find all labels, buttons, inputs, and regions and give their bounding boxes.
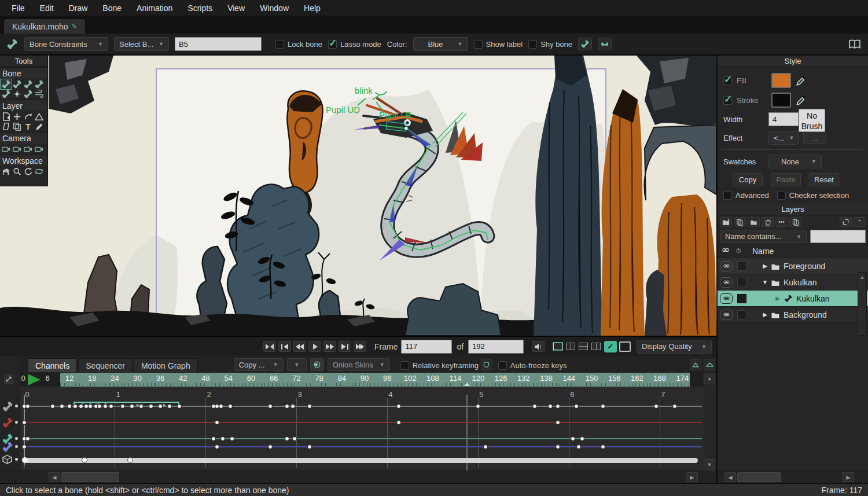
- bone-stretch-icon-button[interactable]: [578, 38, 592, 50]
- show-label-checkbox[interactable]: [474, 40, 483, 49]
- new-layer-button[interactable]: [720, 217, 732, 227]
- bone-dynamics-channel-keyframe[interactable]: [22, 444, 27, 449]
- bone-translation-channel-keyframe[interactable]: [556, 420, 560, 425]
- bone-angle-channel-keyframe[interactable]: [109, 404, 113, 409]
- layer-color-swatch[interactable]: [737, 310, 746, 319]
- keyframe-toggle-button[interactable]: [310, 358, 324, 371]
- layer-visibility-toggle[interactable]: [720, 277, 733, 288]
- loop-playback-button[interactable]: [263, 341, 276, 352]
- layer-color-swatch[interactable]: [737, 278, 746, 287]
- add-bone-tool[interactable]: [23, 79, 34, 89]
- reparent-bone-tool[interactable]: [34, 79, 45, 89]
- fill-checkbox[interactable]: [723, 76, 732, 85]
- play-button[interactable]: [308, 341, 321, 352]
- bone-angle-channel-keyframe[interactable]: [177, 404, 182, 409]
- delete-layer-button[interactable]: [762, 217, 774, 227]
- shy-bone-checkbox[interactable]: [528, 40, 537, 49]
- triangle-down-icon[interactable]: ▼: [762, 279, 768, 285]
- paste-options-dropdown[interactable]: ▼: [287, 358, 307, 371]
- bone-angle-channel-keyframe[interactable]: [149, 404, 153, 409]
- sheet-tool[interactable]: [1, 122, 12, 131]
- bone-scale-channel-keyframe[interactable]: [220, 436, 225, 441]
- menu-item-draw[interactable]: Draw: [62, 1, 95, 15]
- audio-mute-button[interactable]: [532, 341, 545, 352]
- scroll-down-icon[interactable]: ▼: [704, 459, 715, 471]
- document-tab[interactable]: Kukulkan.moho ✎: [3, 19, 86, 34]
- timeline-ruler[interactable]: 0 6 121824303642485460667278849096102108…: [0, 372, 716, 387]
- bone-name-input[interactable]: B5: [175, 37, 262, 51]
- timeline-hscrollbar[interactable]: ◀ ▶: [0, 471, 716, 483]
- zoom-camera-tool[interactable]: [12, 144, 23, 154]
- bone-angle-channel-keyframe[interactable]: [285, 404, 289, 409]
- bone-strength-tool[interactable]: [12, 89, 23, 99]
- bone-wind-tool[interactable]: [34, 89, 45, 99]
- current-frame-input[interactable]: 117: [401, 340, 452, 354]
- copy-style-button[interactable]: Copy: [733, 173, 763, 186]
- bone-angle-channel-keyframe[interactable]: [60, 404, 64, 409]
- bone-dynamics-channel-keyframe[interactable]: [307, 444, 312, 449]
- scroll-up-icon[interactable]: ▲: [704, 373, 715, 384]
- bone-scale-channel-keyframe[interactable]: [292, 436, 297, 441]
- timeline-track-area[interactable]: 01234567▼▼▼▼►►►: [0, 387, 716, 471]
- layer-filter-input[interactable]: [810, 230, 866, 243]
- bone-dynamics-channel-keyframe[interactable]: [576, 444, 581, 449]
- menu-item-bone[interactable]: Bone: [95, 1, 128, 15]
- stroke-eyedropper-icon[interactable]: [796, 95, 806, 105]
- layer-row-kukulkan-group[interactable]: ▼ Kukulkan: [718, 274, 868, 291]
- bone-angle-channel-keyframe[interactable]: [73, 404, 78, 409]
- layer-row-kukulkan-bone-selected[interactable]: ▶ Kukulkan: [718, 291, 868, 307]
- bone-angle-channel-keyframe[interactable]: [50, 404, 55, 409]
- pan-hand-tool[interactable]: [1, 167, 12, 177]
- fill-eyedropper-icon[interactable]: [796, 75, 806, 86]
- bone-angle-channel-keyframe[interactable]: [158, 404, 163, 409]
- paint-pen-tool[interactable]: [34, 122, 45, 131]
- bone-angle-channel-keyframe[interactable]: [574, 404, 579, 409]
- bone-angle-channel-keyframe[interactable]: [307, 404, 312, 409]
- scroll-right-icon[interactable]: ▶: [686, 472, 698, 482]
- lasso-mode-checkbox[interactable]: [328, 40, 337, 49]
- tab-channels[interactable]: Channels: [28, 358, 77, 372]
- effect-more-button[interactable]: ...: [803, 131, 826, 144]
- scroll-up-icon[interactable]: ▲: [858, 273, 866, 280]
- split-two-view-button[interactable]: [566, 343, 575, 350]
- effect-dropdown[interactable]: <...▼: [768, 131, 799, 145]
- bone-angle-channel-keyframe[interactable]: [103, 404, 108, 409]
- layer-row-background[interactable]: ▶ Background: [718, 307, 868, 323]
- paste-style-button[interactable]: Paste: [771, 173, 801, 186]
- bone-scale-channel-keyframe[interactable]: [230, 436, 234, 441]
- duplicate-layer-button[interactable]: [734, 217, 746, 227]
- copy-dropdown[interactable]: Copy ...▼: [234, 358, 284, 371]
- layer-row-foreground[interactable]: ▶ Foreground: [718, 258, 868, 274]
- bone-scale-channel-keyframe[interactable]: [25, 436, 30, 441]
- bone-angle-channel-keyframe[interactable]: [97, 404, 102, 409]
- bone-scale-channel-keyframe[interactable]: [571, 436, 575, 441]
- reset-style-button[interactable]: Reset: [809, 173, 839, 186]
- transform-bone-tool[interactable]: [23, 89, 34, 99]
- bone-angle-channel-keyframe[interactable]: [120, 404, 125, 409]
- layers-scrollbar[interactable]: ▲: [858, 272, 867, 336]
- detach-panel-button[interactable]: [840, 217, 852, 227]
- show-label-checkbox-row[interactable]: Show label: [474, 40, 523, 49]
- bone-angle-channel-keyframe[interactable]: [556, 404, 560, 409]
- bone-scale-channel-keyframe[interactable]: [285, 436, 289, 441]
- bone-angle-channel-keyframe[interactable]: [672, 404, 677, 409]
- expand-timeline-icon[interactable]: [4, 374, 13, 384]
- scroll-left-icon[interactable]: ◀: [724, 472, 736, 482]
- step-forward-button[interactable]: [323, 341, 336, 352]
- tab-sequencer[interactable]: Sequencer: [78, 358, 133, 372]
- stroke-width-input[interactable]: 4: [768, 112, 799, 126]
- bone-angle-channel-keyframe[interactable]: [25, 404, 30, 409]
- menu-item-animation[interactable]: Animation: [130, 1, 179, 15]
- bone-dynamics-channel-keyframe[interactable]: [268, 444, 273, 449]
- shy-bone-checkbox-row[interactable]: Shy bone: [528, 40, 572, 49]
- bone-angle-channel-keyframe[interactable]: [532, 404, 537, 409]
- bone-angle-channel-keyframe[interactable]: [67, 404, 72, 409]
- copy-layer-button[interactable]: [748, 217, 760, 227]
- layer-visibility-toggle[interactable]: [720, 261, 733, 271]
- canvas-viewport[interactable]: blink Pupil UD Pupil LR: [0, 56, 716, 336]
- layer-visibility-toggle[interactable]: [720, 310, 733, 320]
- track-camera-tool[interactable]: [1, 144, 12, 154]
- timeline-vscrollbar[interactable]: ▲ ▼: [704, 373, 716, 471]
- bone-angle-channel-keyframe[interactable]: [548, 404, 553, 409]
- select-bone-tool[interactable]: [1, 79, 12, 89]
